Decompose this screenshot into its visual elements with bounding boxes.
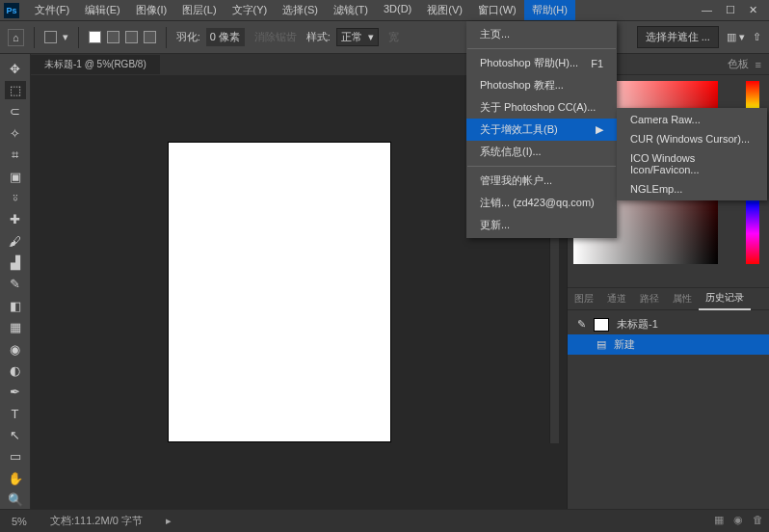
toolbox: ✥⬚⊂✧⌗▣⍤✚🖌▟✎◧▦◉◐✒T↖▭✋🔍 xyxy=(0,54,31,509)
brush-tool[interactable]: 🖌 xyxy=(5,232,26,250)
document-tab[interactable]: 未标题-1 @ 5%(RGB/8) xyxy=(31,55,160,74)
panel-tab-1[interactable]: 通道 xyxy=(600,288,633,309)
pen-tool[interactable]: ✒ xyxy=(5,384,26,401)
dodge-tool[interactable]: ◐ xyxy=(5,361,26,379)
crop-tool[interactable]: ⌗ xyxy=(5,146,26,164)
menu-item[interactable]: 更新... xyxy=(466,214,617,236)
path-tool[interactable]: ↖ xyxy=(5,426,26,443)
submenu-item[interactable]: NGLEmp... xyxy=(617,179,767,199)
menu-item[interactable]: 注销... (zd423@qq.com) xyxy=(466,192,617,214)
panel-toggle-icon[interactable]: ▥ ▾ xyxy=(727,31,745,43)
submenu-item[interactable]: ICO Windows Icon/Favicon... xyxy=(617,148,767,179)
minimize-button[interactable]: — xyxy=(702,4,712,16)
intersect-selection-icon[interactable] xyxy=(144,31,156,43)
menu-选择[interactable]: 选择(S) xyxy=(275,0,326,20)
history-doc-name: 未标题-1 xyxy=(617,317,658,332)
add-selection-icon[interactable] xyxy=(107,31,119,43)
menu-3d[interactable]: 3D(D) xyxy=(376,0,419,20)
marquee-tool[interactable]: ⬚ xyxy=(5,81,26,98)
panel-menu-icon[interactable]: ≡ xyxy=(756,59,761,70)
hand-tool[interactable]: ✋ xyxy=(5,469,26,487)
chevron-down-icon[interactable]: ▾ xyxy=(63,31,68,43)
delete-icon[interactable]: 🗑 xyxy=(753,514,763,526)
feather-input[interactable]: 0 像素 xyxy=(206,28,245,46)
history-step[interactable]: ▤ 新建 xyxy=(568,334,769,355)
home-icon[interactable]: ⌂ xyxy=(8,29,24,46)
antialias-checkbox: 消除锯齿 xyxy=(254,30,297,44)
menu-item[interactable]: 系统信息(I)... xyxy=(466,141,617,163)
plugins-submenu: Camera Raw...CUR (Windows Cursor)...ICO … xyxy=(617,108,767,200)
menu-窗口[interactable]: 窗口(W) xyxy=(470,0,524,20)
canvas[interactable] xyxy=(169,143,390,441)
submenu-item[interactable]: CUR (Windows Cursor)... xyxy=(617,129,767,148)
new-doc-icon: ▤ xyxy=(597,338,606,351)
lasso-tool[interactable]: ⊂ xyxy=(5,103,26,120)
menu-item[interactable]: 管理我的帐户... xyxy=(466,170,617,192)
history-brush-tool[interactable]: ✎ xyxy=(5,276,26,293)
ps-logo: Ps xyxy=(4,3,19,18)
brush-icon: ✎ xyxy=(577,318,586,331)
menu-滤镜[interactable]: 滤镜(T) xyxy=(326,0,376,20)
rect-tool[interactable]: ▭ xyxy=(5,448,26,466)
style-label: 样式: xyxy=(306,30,331,44)
menu-item[interactable]: 关于 Photoshop CC(A)... xyxy=(466,96,617,119)
menu-bar: Ps 文件(F)编辑(E)图像(I)图层(L)文字(Y)选择(S)滤镜(T)3D… xyxy=(0,0,769,21)
marquee-mode-group: ▾ xyxy=(44,31,68,43)
menu-帮助[interactable]: 帮助(H) xyxy=(524,0,575,20)
zoom-level[interactable]: 5% xyxy=(12,516,27,527)
help-menu-dropdown: 主页...Photoshop 帮助(H)...F1Photoshop 教程...… xyxy=(466,21,617,238)
thumbnail xyxy=(594,318,609,332)
doc-info[interactable]: 文档:111.2M/0 字节 xyxy=(50,514,143,528)
panel-tab-3[interactable]: 属性 xyxy=(666,288,699,309)
camera-icon[interactable]: ◉ xyxy=(733,514,743,526)
style-select[interactable]: 正常 ▾ xyxy=(336,28,379,46)
new-selection-icon[interactable] xyxy=(89,31,101,43)
menu-item[interactable]: 关于增效工具(B)▶ xyxy=(466,119,617,141)
marquee-icon[interactable] xyxy=(44,31,57,43)
chevron-right-icon: ▶ xyxy=(596,123,603,136)
select-and-mask-button[interactable]: 选择并遮住 ... xyxy=(637,26,719,48)
menu-item[interactable]: Photoshop 帮助(H)...F1 xyxy=(466,52,617,74)
frame-tool[interactable]: ▣ xyxy=(5,168,26,185)
menu-编辑[interactable]: 编辑(E) xyxy=(77,0,128,20)
window-controls: — ☐ ✕ xyxy=(702,4,765,16)
share-icon[interactable]: ⇧ xyxy=(753,31,761,43)
menu-item[interactable]: Photoshop 教程... xyxy=(466,74,617,96)
magic-tool[interactable]: ✧ xyxy=(5,124,26,142)
panel-tab-4[interactable]: 历史记录 xyxy=(699,287,751,310)
panel-tab-2[interactable]: 路径 xyxy=(633,288,666,309)
color-panel-tab[interactable]: 色板 xyxy=(728,57,749,71)
selection-mode-group xyxy=(89,31,156,43)
trash-icon[interactable]: ▦ xyxy=(714,514,724,526)
eyedrop-tool[interactable]: ⍤ xyxy=(5,189,26,206)
menu-图层[interactable]: 图层(L) xyxy=(174,0,224,20)
close-button[interactable]: ✕ xyxy=(749,4,757,16)
submenu-item[interactable]: Camera Raw... xyxy=(617,110,767,129)
blur-tool[interactable]: ◉ xyxy=(5,340,26,358)
feather-label: 羽化: xyxy=(176,30,200,44)
history-panel-tabs: 图层通道路径属性历史记录 xyxy=(568,287,769,310)
zoom-tool[interactable]: 🔍 xyxy=(5,492,26,509)
menu-item[interactable]: 主页... xyxy=(466,23,617,45)
history-step-label: 新建 xyxy=(614,337,635,352)
gradient-tool[interactable]: ▦ xyxy=(5,319,26,336)
history-panel: ✎ 未标题-1 ▤ 新建 xyxy=(568,310,769,509)
info-chevron-icon[interactable]: ▸ xyxy=(166,515,172,527)
move-tool[interactable]: ✥ xyxy=(5,60,26,77)
width-label: 宽 xyxy=(388,30,399,44)
status-bar: 5% 文档:111.2M/0 字节 ▸ xyxy=(0,509,769,532)
type-tool[interactable]: T xyxy=(5,405,26,422)
patch-tool[interactable]: ✚ xyxy=(5,211,26,228)
menu-文字[interactable]: 文字(Y) xyxy=(225,0,276,20)
menu-视图[interactable]: 视图(V) xyxy=(419,0,470,20)
history-snapshot[interactable]: ✎ 未标题-1 xyxy=(568,314,769,334)
maximize-button[interactable]: ☐ xyxy=(726,4,735,16)
menu-图像[interactable]: 图像(I) xyxy=(128,0,174,20)
panel-tab-0[interactable]: 图层 xyxy=(568,288,600,309)
menu-文件[interactable]: 文件(F) xyxy=(27,0,77,20)
subtract-selection-icon[interactable] xyxy=(125,31,138,43)
eraser-tool[interactable]: ◧ xyxy=(5,297,26,314)
stamp-tool[interactable]: ▟ xyxy=(5,253,26,271)
options-bar: ⌂ ▾ 羽化: 0 像素 消除锯齿 样式: 正常 ▾ 宽 选择并遮住 ... ▥… xyxy=(0,21,769,54)
